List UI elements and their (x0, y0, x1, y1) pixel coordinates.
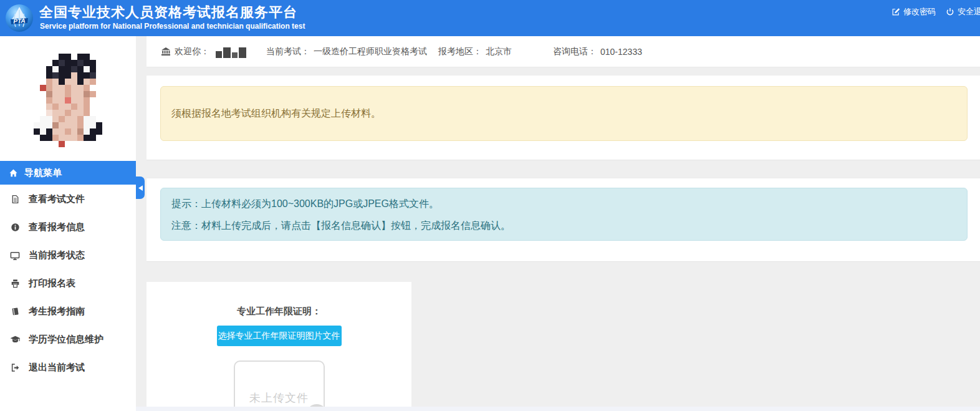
sidebar-item-exit-exam[interactable]: 退出当前考试 (0, 354, 136, 382)
no-file-text: 未上传文件 (235, 362, 324, 405)
phone-label: 咨询电话： (553, 46, 597, 57)
sidebar-nav-header-label: 导航菜单 (24, 167, 62, 179)
region-value: 北京市 (486, 46, 512, 57)
header-links: 修改密码安全退出 (891, 6, 980, 17)
graduation-icon (9, 334, 21, 345)
info-alert: 提示：上传材料必须为100~300KB的JPG或JPEG格式文件。 注意：材料上… (160, 188, 968, 241)
sidebar-item-print-form-label: 打印报名表 (29, 278, 75, 289)
bank-icon (161, 47, 171, 57)
sidebar-item-candidate-guide[interactable]: 考生报考指南 (0, 297, 136, 326)
region-label: 报考地区： (438, 46, 482, 57)
pta-logo-icon: PTA (5, 4, 34, 32)
redacted-username (216, 46, 246, 58)
main-content: 欢迎你： 当前考试：一级造价工程师职业资格考试 报考地区：北京市 咨询电话：01… (136, 36, 980, 411)
info-icon (9, 223, 21, 232)
sidebar-item-candidate-guide-label: 考生报考指南 (29, 306, 85, 317)
exam-value: 一级造价工程师职业资格考试 (314, 46, 427, 57)
file-icon (9, 195, 21, 204)
sidebar: 导航菜单 查看考试文件查看报考信息当前报考状态打印报名表考生报考指南学历学位信息… (0, 36, 136, 411)
greeting-label: 欢迎你： (175, 46, 209, 57)
warning-alert-text: 须根据报名地考试组织机构有关规定上传材料。 (171, 107, 381, 120)
signout-icon (9, 363, 21, 372)
avatar (34, 54, 102, 147)
home-icon (9, 168, 18, 178)
sidebar-item-exam-files[interactable]: 查看考试文件 (0, 185, 136, 213)
logout-link-label: 安全退出 (958, 6, 980, 17)
choose-file-button[interactable]: 选择专业工作年限证明图片文件 (217, 326, 342, 346)
sidebar-menu: 查看考试文件查看报考信息当前报考状态打印报名表考生报考指南学历学位信息维护退出当… (0, 185, 136, 382)
monitor-icon (9, 251, 21, 261)
info-alert-line1: 提示：上传材料必须为100~300KB的JPG或JPEG格式文件。 (171, 193, 956, 215)
logout-link[interactable]: 安全退出 (946, 6, 980, 17)
welcome-bar: 欢迎你： 当前考试：一级造价工程师职业资格考试 报考地区：北京市 咨询电话：01… (147, 36, 980, 67)
change-password-link-label: 修改密码 (903, 6, 936, 17)
collapse-sidebar-tab[interactable] (136, 176, 145, 199)
sidebar-item-exam-files-label: 查看考试文件 (29, 193, 85, 205)
sidebar-item-current-status[interactable]: 当前报考状态 (0, 241, 136, 269)
upload-card: 专业工作年限证明： 选择专业工作年限证明图片文件 未上传文件 (147, 282, 411, 411)
book-icon (9, 307, 21, 316)
app-subtitle: Service platform for National Profession… (40, 22, 305, 31)
info-panel: 提示：上传材料必须为100~300KB的JPG或JPEG格式文件。 注意：材料上… (147, 178, 980, 262)
svg-text:PTA: PTA (13, 17, 26, 25)
printer-icon (9, 279, 21, 288)
sidebar-item-registration-info[interactable]: 查看报考信息 (0, 213, 136, 241)
warning-panel: 须根据报名地考试组织机构有关规定上传材料。 (147, 75, 980, 160)
upload-preview-box: 未上传文件 (234, 360, 325, 411)
chevron-left-icon (138, 185, 143, 191)
power-icon (946, 7, 954, 16)
app-header: PTA 全国专业技术人员资格考试报名服务平台 Service platform … (0, 0, 980, 36)
sidebar-item-registration-info-label: 查看报考信息 (29, 221, 85, 233)
footer-strip (136, 407, 980, 411)
sidebar-item-education-info[interactable]: 学历学位信息维护 (0, 326, 136, 354)
app-title: 全国专业技术人员资格考试报名服务平台 (39, 3, 297, 22)
change-password-link[interactable]: 修改密码 (891, 6, 936, 17)
sidebar-item-education-info-label: 学历学位信息维护 (29, 334, 103, 346)
edit-icon (891, 7, 900, 16)
warning-alert: 须根据报名地考试组织机构有关规定上传材料。 (160, 86, 968, 141)
info-alert-line2: 注意：材料上传完成后，请点击【报名信息确认】按钮，完成报名信息确认。 (171, 215, 956, 236)
sidebar-item-print-form[interactable]: 打印报名表 (0, 269, 136, 297)
exam-label: 当前考试： (266, 46, 310, 57)
sidebar-item-exit-exam-label: 退出当前考试 (29, 362, 85, 374)
sidebar-item-current-status-label: 当前报考状态 (29, 249, 85, 261)
upload-card-title: 专业工作年限证明： (147, 282, 411, 317)
sidebar-nav-header: 导航菜单 (0, 161, 136, 185)
phone-value: 010-12333 (600, 47, 642, 57)
